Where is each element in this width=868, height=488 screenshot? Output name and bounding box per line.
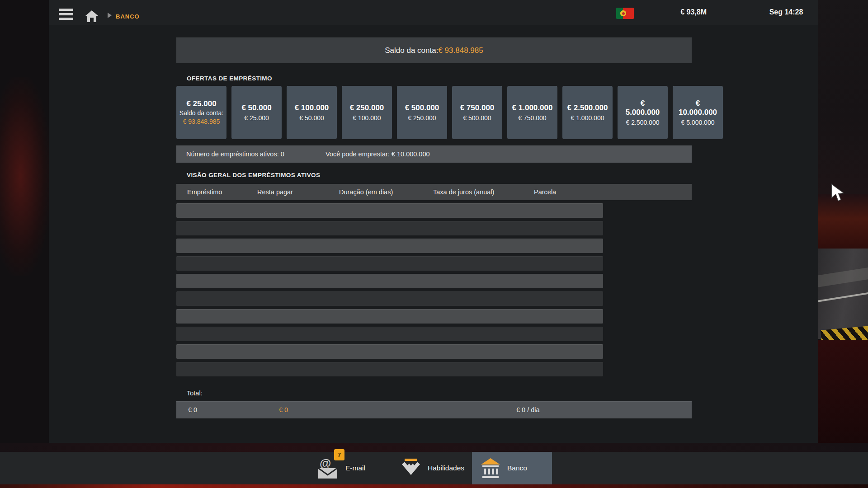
nav-item-skills[interactable]: Habilidades xyxy=(400,452,464,484)
menu-icon[interactable] xyxy=(59,9,73,21)
background-garage-right xyxy=(818,0,868,194)
loan-offer-card[interactable]: € 5.000.000 € 2.500.000 xyxy=(618,86,668,139)
loan-offer-card[interactable]: € 50.000 € 25.000 xyxy=(231,86,282,139)
loan-offer-card[interactable]: € 250.000 € 100.000 xyxy=(342,86,392,139)
email-badge: 7 xyxy=(334,449,344,460)
loan-amount: € 2.500.000 xyxy=(567,103,608,113)
total-parcela: € 0 / dia xyxy=(516,406,540,413)
loan-offer-card[interactable]: € 1.000.000 € 750.000 xyxy=(507,86,557,139)
header-taxa-juros: Taxa de juros (anual) xyxy=(433,188,494,196)
loan-status-bar: Número de empréstimos ativos: 0 Você pod… xyxy=(176,145,692,163)
loan-offer-card[interactable]: € 10.000.000 € 5.000.000 xyxy=(673,86,723,139)
game-clock: Seg 14:28 xyxy=(761,8,811,16)
balance-tooltip: Saldo da conta: € 93.848.985 xyxy=(179,109,224,126)
bank-icon xyxy=(479,457,502,479)
loan-amount: € 5.000.000 xyxy=(626,99,660,117)
loan-sub-amount: € 250.000 xyxy=(408,114,436,122)
table-row xyxy=(176,344,603,359)
nav-item-email[interactable]: @ 7 E-mail xyxy=(317,452,365,484)
loan-amount: € 750.000 xyxy=(460,103,495,113)
loan-offer-card[interactable]: € 25.000 Saldo da conta: € 93.848.985 xyxy=(176,86,226,139)
header-emprestimo: Empréstimo xyxy=(187,188,222,196)
mouse-cursor xyxy=(831,183,845,205)
totals-bar: € 0 € 0 € 0 / dia xyxy=(176,401,692,418)
table-row xyxy=(176,362,603,376)
nav-label-email: E-mail xyxy=(345,464,365,472)
active-loans-title: VISÃO GERAL DOS EMPRÉSTIMOS ATIVOS xyxy=(187,172,320,178)
email-icon: @ 7 xyxy=(317,457,340,479)
background-bottom-red xyxy=(0,484,868,488)
bank-panel: BANCO € 93,8M Seg 14:28 Saldo da conta: … xyxy=(49,0,818,443)
nav-label-bank: Banco xyxy=(507,464,527,472)
loan-amount: € 10.000.000 xyxy=(679,99,717,117)
loan-amount: € 1.000.000 xyxy=(512,103,553,113)
loan-offer-card[interactable]: € 500.000 € 250.000 xyxy=(397,86,447,139)
loan-offer-card[interactable]: € 100.000 € 50.000 xyxy=(287,86,337,139)
top-bar: BANCO € 93,8M Seg 14:28 xyxy=(49,0,818,25)
header-duracao: Duração (em dias) xyxy=(339,188,393,196)
loan-offers-title: OFERTAS DE EMPRÉSTIMO xyxy=(187,75,272,82)
game-screen: BANCO € 93,8M Seg 14:28 Saldo da conta: … xyxy=(0,0,868,488)
table-row xyxy=(176,256,603,271)
loan-sub-amount: € 25.000 xyxy=(244,114,269,122)
loan-amount: € 100.000 xyxy=(295,103,329,113)
loans-table-header: Empréstimo Resta pagar Duração (em dias)… xyxy=(176,184,692,200)
loan-sub-amount: € 500.000 xyxy=(463,114,491,122)
table-row xyxy=(176,203,603,218)
account-balance-label: Saldo da conta: xyxy=(385,46,438,55)
skills-icon xyxy=(400,457,422,479)
loan-amount: € 50.000 xyxy=(241,103,271,113)
account-balance-value: € 93.848.985 xyxy=(438,46,483,55)
loans-table-body xyxy=(176,203,603,380)
chevron-right-icon xyxy=(108,13,112,18)
nav-item-bank-selected[interactable]: Banco xyxy=(472,452,552,484)
loan-sub-amount: € 2.500.000 xyxy=(626,118,660,127)
portugal-flag-icon xyxy=(616,8,634,19)
table-row xyxy=(176,327,603,341)
total-emprestimo: € 0 xyxy=(188,406,197,413)
table-row xyxy=(176,221,603,235)
total-label: Total: xyxy=(187,389,203,397)
loan-offers-row: € 25.000 Saldo da conta: € 93.848.985 € … xyxy=(176,86,723,139)
loan-sub-amount: € 100.000 xyxy=(353,114,381,122)
loan-amount: € 25.000 xyxy=(186,99,216,109)
header-resta-pagar: Resta pagar xyxy=(257,188,293,196)
bottom-nav-bar: @ 7 E-mail Habilidades xyxy=(0,452,868,484)
total-resta-pagar: € 0 xyxy=(279,406,288,413)
home-icon[interactable] xyxy=(85,9,99,23)
breadcrumb[interactable]: BANCO xyxy=(116,13,140,20)
loan-sub-amount: € 750.000 xyxy=(518,114,546,122)
player-balance: € 93,8M xyxy=(650,8,707,16)
background-floor-red xyxy=(818,340,868,453)
loan-amount: € 250.000 xyxy=(350,103,384,113)
table-row xyxy=(176,309,603,324)
header-parcela: Parcela xyxy=(534,188,556,196)
table-row xyxy=(176,274,603,288)
loan-sub-amount: € 1.000.000 xyxy=(571,114,604,122)
svg-text:@: @ xyxy=(320,457,331,470)
background-bottom-strip xyxy=(0,443,868,452)
loan-offer-card[interactable]: € 750.000 € 500.000 xyxy=(452,86,502,139)
background-garage-left xyxy=(0,77,51,276)
loan-sub-amount: € 5.000.000 xyxy=(681,118,715,127)
borrow-limit: Você pode emprestar: € 10.000.000 xyxy=(326,150,430,158)
account-balance-bar: Saldo da conta: € 93.848.985 xyxy=(176,38,692,63)
loan-sub-amount: € 50.000 xyxy=(299,114,324,122)
loan-offer-card[interactable]: € 2.500.000 € 1.000.000 xyxy=(562,86,613,139)
loan-amount: € 500.000 xyxy=(405,103,439,113)
nav-label-skills: Habilidades xyxy=(428,464,464,472)
active-loans-count: Número de empréstimos ativos: 0 xyxy=(186,150,284,158)
table-row xyxy=(176,291,603,306)
table-row xyxy=(176,239,603,253)
